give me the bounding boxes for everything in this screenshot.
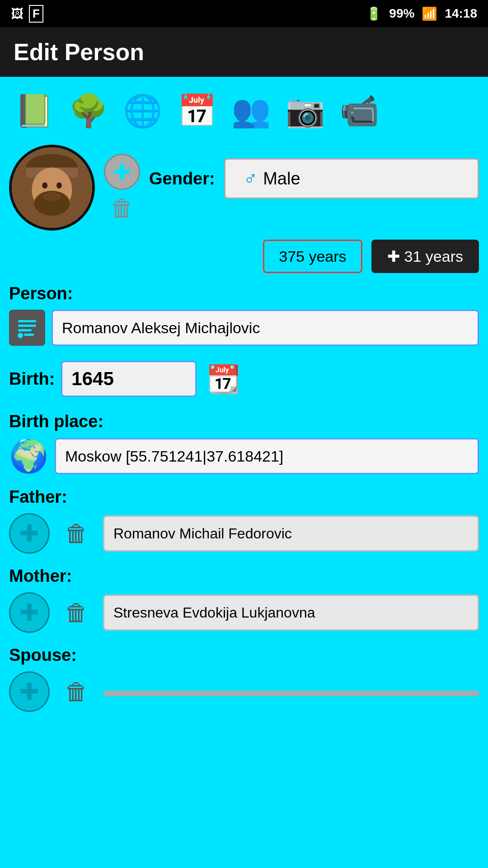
calendar-toolbar-icon[interactable]: 📅 [172,86,221,136]
status-left-icons: 🖼 F [11,5,43,23]
spouse-label: Spouse: [9,646,479,665]
gender-value: Male [263,169,300,189]
avatar-image [12,147,92,228]
gender-button[interactable]: ♂ Male [224,158,479,199]
delete-spouse-button[interactable]: 🗑 [56,671,97,712]
add-mother-button[interactable]: ✚ [9,592,50,633]
title-bar: Edit Person [0,27,488,77]
time-display: 14:18 [445,6,477,21]
father-name-input[interactable] [103,515,479,552]
age-button-lived[interactable]: ✚ 31 years [371,240,479,273]
add-spouse-button[interactable]: ✚ [9,671,50,712]
svg-point-5 [56,182,62,189]
plus-icon: ✚ [113,159,131,184]
trash-icon: 🗑 [110,195,134,221]
battery-icon: 🔋 [366,6,382,21]
delete-photo-button[interactable]: 🗑 [110,194,134,222]
add-spouse-icon: ✚ [19,678,39,705]
add-father-icon: ✚ [19,520,39,547]
mother-label: Mother: [9,566,479,586]
calendar-picker-button[interactable]: 📆 [203,359,244,399]
gender-label: Gender: [149,169,215,189]
calendar-icon: 📆 [206,363,240,395]
birth-place-input[interactable] [55,438,479,474]
person-icon [9,310,45,346]
trash-mother-icon: 🗑 [65,599,88,626]
add-father-button[interactable]: ✚ [9,513,50,554]
place-row: 🌍 [9,438,479,475]
plus-sign: ✚ [387,247,400,265]
globe-toolbar-icon[interactable]: 🌐 [117,86,167,136]
name-row [9,310,479,346]
trash-father-icon: 🗑 [65,520,88,547]
svg-rect-12 [24,334,34,336]
svg-point-7 [43,192,61,201]
svg-point-11 [18,333,23,338]
battery-percent: 99% [389,6,414,21]
delete-mother-button[interactable]: 🗑 [56,592,97,633]
people-icon[interactable]: 👥 [226,86,276,136]
page-title: Edit Person [14,38,144,66]
birth-row: Birth: 📆 [9,359,479,399]
video-icon[interactable]: 📹 [334,86,384,136]
screenshot-icon: 🖼 [11,6,23,21]
status-right-info: 🔋 99% 📶 14:18 [366,6,477,21]
birth-label: Birth: [9,369,55,389]
wifi-icon: 📶 [422,6,437,21]
main-content: 📗 🌳 🌐 📅 👥 📷 📹 [0,77,488,868]
tree-icon[interactable]: 🌳 [63,86,113,136]
person-name-input[interactable] [52,310,479,346]
birth-year-input[interactable] [61,361,197,397]
age-lived-value: 31 years [404,248,463,265]
person-section-label: Person: [9,284,479,303]
mother-name-input[interactable] [103,594,479,631]
spouse-row: ✚ 🗑 [9,671,479,712]
svg-rect-8 [18,320,36,322]
svg-point-4 [42,182,47,189]
gender-section: Gender: ♂ Male [149,145,479,199]
age-button-total[interactable]: 375 years [263,240,362,273]
delete-father-button[interactable]: 🗑 [56,513,97,554]
globe-place-icon[interactable]: 🌍 [9,438,48,475]
birth-section: Birth: 📆 [9,359,479,399]
book-icon[interactable]: 📗 [9,86,59,136]
camera-icon[interactable]: 📷 [280,86,330,136]
mother-row: ✚ 🗑 [9,592,479,633]
birth-place-label: Birth place: [9,412,479,431]
add-mother-icon: ✚ [19,599,39,626]
person-section: Person: [9,284,479,346]
birth-place-section: Birth place: 🌍 [9,412,479,475]
svg-rect-9 [18,325,36,327]
profile-section: ✚ 🗑 Gender: ♂ Male [9,145,479,231]
svg-rect-10 [18,329,32,331]
father-row: ✚ 🗑 [9,513,479,554]
flipboard-icon: F [29,5,43,23]
spouse-progress-bar [103,691,479,696]
father-label: Father: [9,487,479,507]
toolbar: 📗 🌳 🌐 📅 👥 📷 📹 [9,86,479,136]
gender-symbol: ♂ [244,168,258,189]
trash-spouse-icon: 🗑 [65,678,88,705]
spouse-section: Spouse: ✚ 🗑 [9,646,479,712]
avatar-controls: ✚ 🗑 [104,145,140,222]
mother-section: Mother: ✚ 🗑 [9,566,479,633]
avatar[interactable] [9,145,95,231]
add-photo-button[interactable]: ✚ [104,154,140,190]
status-bar: 🖼 F 🔋 99% 📶 14:18 [0,0,488,27]
father-section: Father: ✚ 🗑 [9,487,479,554]
age-row: 375 years ✚ 31 years [9,240,479,273]
